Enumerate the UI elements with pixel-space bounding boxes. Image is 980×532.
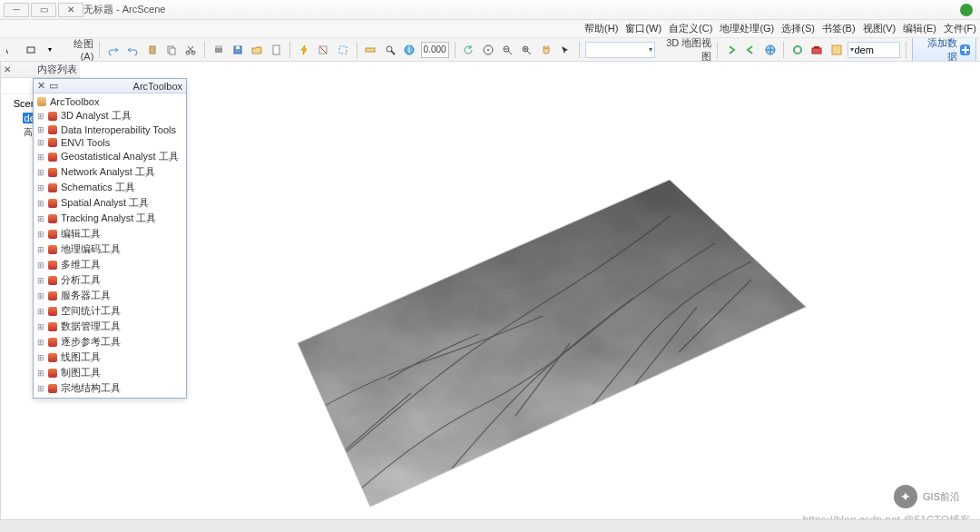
- arctoolbox-item[interactable]: 多维工具⊞: [37, 257, 182, 272]
- menu-customize[interactable]: 自定义(C): [669, 22, 712, 35]
- svg-line-10: [508, 51, 512, 54]
- expand-icon: ⊞: [37, 291, 44, 300]
- nav-icon[interactable]: [789, 42, 805, 58]
- pointer-icon[interactable]: [557, 42, 573, 58]
- menu-edit[interactable]: 编辑(E): [903, 22, 936, 35]
- arctoolbox-item[interactable]: ENVI Tools⊞: [37, 136, 182, 149]
- expand-icon: ⊞: [37, 353, 44, 362]
- globe-icon[interactable]: [762, 42, 778, 58]
- arctoolbox-item[interactable]: 服务器工具⊞: [37, 288, 182, 303]
- measure-icon[interactable]: [362, 42, 377, 58]
- scene-viewport[interactable]: [80, 62, 980, 519]
- menu-file[interactable]: 文件(F): [944, 22, 976, 35]
- arctoolbox-item[interactable]: 地理编码工具⊞: [37, 241, 182, 257]
- zoom-in-icon[interactable]: [519, 42, 534, 58]
- arctoolbox-item[interactable]: 分析工具⊞: [37, 272, 182, 288]
- close-button[interactable]: ✕: [58, 3, 83, 17]
- menu-selection[interactable]: 选择(S): [781, 22, 815, 35]
- menu-view[interactable]: 视图(V): [863, 22, 897, 35]
- refresh-icon[interactable]: [461, 42, 476, 58]
- window-title: 无标题 - ArcScene: [83, 3, 960, 16]
- open-icon[interactable]: [250, 42, 265, 58]
- full-extent-icon[interactable]: [480, 42, 495, 58]
- paste-icon[interactable]: [144, 42, 160, 58]
- arctoolbox-root[interactable]: ArcToolbox: [37, 95, 182, 108]
- catalog-icon[interactable]: [828, 42, 844, 58]
- expand-icon: ⊞: [37, 369, 44, 378]
- arctoolbox-pin-button[interactable]: ▭: [49, 80, 58, 92]
- save-icon[interactable]: [230, 42, 245, 58]
- expand-icon: ⊞: [37, 112, 44, 121]
- maximize-button[interactable]: ▭: [31, 3, 56, 17]
- text-icon[interactable]: A: [4, 42, 19, 58]
- lightning-icon[interactable]: [296, 42, 311, 58]
- window-controls: ─ ▭ ✕: [4, 3, 83, 17]
- app-icon: [960, 4, 973, 16]
- arctoolbox-item[interactable]: Data Interoperability Tools⊞: [37, 123, 182, 136]
- arctoolbox-item[interactable]: Schematics 工具⊞: [37, 180, 182, 195]
- arctoolbox-header[interactable]: ArcToolbox ▭✕: [34, 79, 186, 94]
- svg-rect-32: [170, 48, 175, 54]
- hand-icon[interactable]: [538, 42, 554, 58]
- view-mode-combo[interactable]: ▾: [585, 42, 655, 58]
- redo-icon[interactable]: [105, 42, 121, 58]
- arctoolbox-title: ArcToolbox: [133, 81, 182, 92]
- watermark-channel: ✦ GIS前沿: [894, 485, 960, 508]
- toolbox-icon: [48, 276, 57, 285]
- zoom-display[interactable]: 0.000: [421, 42, 449, 58]
- arctoolbox-item[interactable]: 编辑工具⊞: [37, 226, 182, 241]
- menu-bookmarks[interactable]: 书签(B): [822, 22, 856, 35]
- toolbox-icon: [48, 138, 57, 147]
- arctoolbox-item[interactable]: 3D Analyst 工具⊞: [37, 108, 182, 123]
- toolbox-icon: [48, 183, 57, 192]
- zoom-out-icon[interactable]: [499, 42, 514, 58]
- arctoolbox-item[interactable]: 宗地结构工具⊞: [37, 380, 182, 396]
- find-icon[interactable]: [382, 42, 397, 58]
- copy-icon[interactable]: [163, 42, 179, 58]
- undo-icon[interactable]: [125, 42, 141, 58]
- toc-close-button[interactable]: ✕: [4, 64, 11, 74]
- arctoolbox-item[interactable]: 空间统计工具⊞: [37, 303, 182, 319]
- rect-icon[interactable]: [23, 42, 38, 58]
- toolbox-icon[interactable]: [809, 42, 825, 58]
- layer-selector[interactable]: ▾: [848, 42, 900, 58]
- expand-icon: ⊞: [37, 276, 44, 285]
- expand-icon: ⊞: [37, 245, 44, 254]
- dropdown-icon: ▾: [850, 45, 854, 54]
- separator: [906, 42, 906, 58]
- minimize-button[interactable]: ─: [4, 3, 29, 17]
- toolbox-root-icon: [37, 97, 46, 106]
- arctoolbox-item[interactable]: 制图工具⊞: [37, 365, 182, 380]
- identify-icon[interactable]: i: [401, 42, 416, 58]
- cut-icon[interactable]: [183, 42, 199, 58]
- clear-selection-icon[interactable]: [316, 42, 331, 58]
- menu-windows[interactable]: 窗口(W): [625, 22, 662, 35]
- arctoolbox-close-button[interactable]: ✕: [37, 80, 45, 92]
- add-data-button[interactable]: 添加数据: [912, 38, 976, 62]
- arctoolbox-item[interactable]: Spatial Analyst 工具⊞: [37, 195, 182, 211]
- arctoolbox-item[interactable]: Geostatistical Analyst 工具⊞: [37, 149, 182, 164]
- new-icon[interactable]: [269, 42, 284, 58]
- separator: [717, 42, 718, 58]
- expand-icon: ⊞: [37, 153, 44, 162]
- arctoolbox-item[interactable]: 数据管理工具⊞: [37, 319, 182, 334]
- arctoolbox-item[interactable]: Network Analyst 工具⊞: [37, 164, 182, 180]
- svg-text:i: i: [408, 44, 410, 54]
- draw-label[interactable]: 绘图(A): [62, 38, 93, 62]
- menu-geoprocessing[interactable]: 地理处理(G): [720, 22, 774, 35]
- select-features-icon[interactable]: [335, 42, 350, 58]
- menu-help[interactable]: 帮助(H): [584, 22, 618, 35]
- arctoolbox-item[interactable]: Tracking Analyst 工具⊞: [37, 211, 182, 226]
- arrow-right-icon[interactable]: [723, 42, 739, 58]
- arctoolbox-item[interactable]: 逐步参考工具⊞: [37, 334, 182, 350]
- print-icon[interactable]: [211, 42, 226, 58]
- arrow-left-icon[interactable]: [743, 42, 759, 58]
- svg-rect-19: [339, 46, 347, 54]
- separator: [99, 42, 100, 58]
- layer-selector-input[interactable]: [854, 44, 897, 55]
- separator: [204, 42, 205, 58]
- arctoolbox-item[interactable]: 线图工具⊞: [37, 350, 182, 365]
- svg-rect-2: [814, 46, 819, 48]
- expand-icon: ⊞: [37, 338, 44, 347]
- draw-dropdown-icon[interactable]: ▾: [43, 42, 58, 58]
